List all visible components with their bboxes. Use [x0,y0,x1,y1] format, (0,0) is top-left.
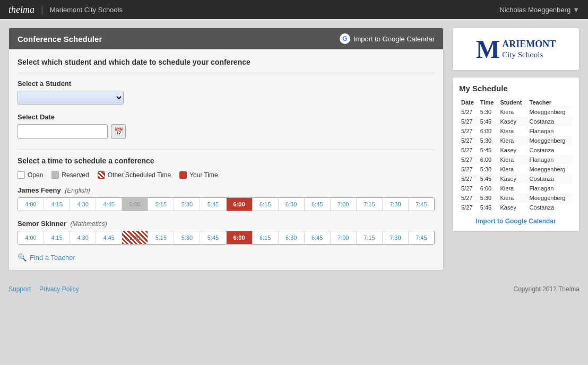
cell-time: 5:45 [478,117,498,126]
cell-date: 5/27 [459,193,478,203]
import-google-cal-button[interactable]: G Import to Google Calendar [340,33,435,44]
table-row: 5/275:30KieraMoeggenberg [459,107,573,117]
student-label: Select a Student [18,80,435,88]
teacher-name: Semor Skinner (Mathmetics) [18,220,435,228]
cell-date: 5/27 [459,117,478,126]
time-slot[interactable]: 4:30 [70,198,96,211]
cell-time: 5:30 [478,193,498,203]
google-cal-label: Import to Google Calendar [353,35,435,43]
time-slot[interactable]: 4:30 [70,231,96,244]
time-slot[interactable]: 4:45 [96,231,122,244]
student-select-wrapper [18,91,435,105]
time-slot[interactable]: 5:15 [148,231,174,244]
panel-body: Select which student and which date to s… [9,49,443,270]
time-slot[interactable]: 7:00 [331,198,357,211]
time-slot[interactable]: 5:30 [174,198,200,211]
cell-student: Kiera [498,136,528,145]
time-slots: 4:004:154:304:455:005:155:305:456:006:15… [18,197,435,211]
copyright: Copyright 2012 Thelma [513,285,580,293]
time-slot[interactable]: 7:00 [331,231,357,244]
time-slot[interactable]: 4:00 [18,198,44,211]
time-slot[interactable]: 5:15 [148,198,174,211]
user-name: Nicholas Moeggenberg [499,6,570,14]
logo-text-right: ARIEMONT City Schools [502,39,556,60]
time-slot[interactable]: 6:15 [253,198,279,211]
cell-date: 5/27 [459,203,478,212]
legend: Open Reserved Other Scheduled Time Your … [18,171,435,179]
school-name: Mariemont City Schools [50,6,123,14]
time-slot[interactable]: 7:15 [357,231,383,244]
user-menu[interactable]: Nicholas Moeggenberg ▼ [499,6,580,14]
cell-date: 5/27 [459,155,478,164]
cell-teacher: Moeggenberg [528,107,573,117]
time-slot: 5:00 [122,198,148,211]
cell-date: 5/27 [459,136,478,145]
time-slot[interactable]: 6:45 [305,231,331,244]
table-row: 5/275:45KaseyCostanza [459,117,573,126]
table-row: 5/276:00KieraFlanagan [459,155,573,164]
col-date: Date [459,98,478,107]
time-slot[interactable]: 6:30 [279,231,305,244]
cell-date: 5/27 [459,107,478,117]
cell-date: 5/27 [459,145,478,155]
date-label: Select Date [18,113,435,121]
time-slot[interactable]: 5:45 [200,231,226,244]
cell-date: 5/27 [459,174,478,184]
nav-left: thelma | Mariemont City Schools [8,4,123,15]
time-slot[interactable]: 5:00 [122,231,148,244]
cell-time: 5:30 [478,107,498,117]
time-slot[interactable]: 7:15 [357,198,383,211]
date-select-wrapper: 📅 [18,124,435,139]
legend-reserved: Reserved [51,171,89,179]
cell-teacher: Costanza [528,203,573,212]
time-slot[interactable]: 7:45 [409,231,434,244]
table-row: 5/275:30KieraMoeggenberg [459,193,573,203]
time-section-divider [18,150,435,150]
cell-student: Kiera [498,184,528,193]
time-slot[interactable]: 7:30 [383,231,409,244]
time-slot[interactable]: 5:30 [174,231,200,244]
legend-other-box [98,171,105,179]
cell-teacher: Flanagan [528,155,573,164]
teachers-container: James Feeny (English)4:004:154:304:455:0… [18,186,435,245]
cell-date: 5/27 [459,126,478,136]
legend-your-label: Your Time [189,171,218,179]
footer-links: Support Privacy Policy [8,285,79,293]
calendar-button[interactable]: 📅 [111,124,126,139]
top-navigation: thelma | Mariemont City Schools Nicholas… [0,0,588,19]
time-slot[interactable]: 5:45 [200,198,226,211]
app-logo: thelma [8,4,34,15]
find-teacher-label: Find a Teacher [30,254,75,262]
teacher-section: James Feeny (English)4:004:154:304:455:0… [18,186,435,211]
logo-letter: M [476,34,500,64]
teacher-name: James Feeny (English) [18,186,435,194]
time-slot[interactable]: 6:15 [253,231,279,244]
time-slot[interactable]: 6:45 [305,198,331,211]
cell-teacher: Flanagan [528,126,573,136]
time-slot[interactable]: 6:30 [279,198,305,211]
schedule-import-link[interactable]: Import to Google Calendar [459,218,573,225]
find-teacher-link[interactable]: 🔍 Find a Teacher [18,253,435,262]
privacy-link[interactable]: Privacy Policy [39,285,79,293]
col-teacher: Teacher [528,98,573,107]
table-row: 5/275:30KieraMoeggenberg [459,136,573,145]
student-select[interactable] [18,91,124,105]
time-slot[interactable]: 4:00 [18,231,44,244]
time-slot[interactable]: 4:45 [96,198,122,211]
time-slot[interactable]: 7:45 [409,198,434,211]
cell-teacher: Costanza [528,174,573,184]
time-slot[interactable]: 4:15 [44,198,70,211]
school-logo-box: M ARIEMONT City Schools [452,28,580,71]
time-slot[interactable]: 6:00 [227,231,253,244]
right-panel: M ARIEMONT City Schools My Schedule Date… [452,28,580,271]
date-input[interactable] [18,124,108,139]
time-slot[interactable]: 4:15 [44,231,70,244]
logo-mariemont: ARIEMONT [502,39,556,50]
cell-date: 5/27 [459,184,478,193]
time-slot[interactable]: 7:30 [383,198,409,211]
cell-student: Kasey [498,203,528,212]
time-slot[interactable]: 6:00 [227,198,253,211]
panel-header: Conference Scheduler G Import to Google … [9,28,443,49]
schedule-box: My Schedule Date Time Student Teacher 5/… [452,77,580,232]
support-link[interactable]: Support [8,285,31,293]
